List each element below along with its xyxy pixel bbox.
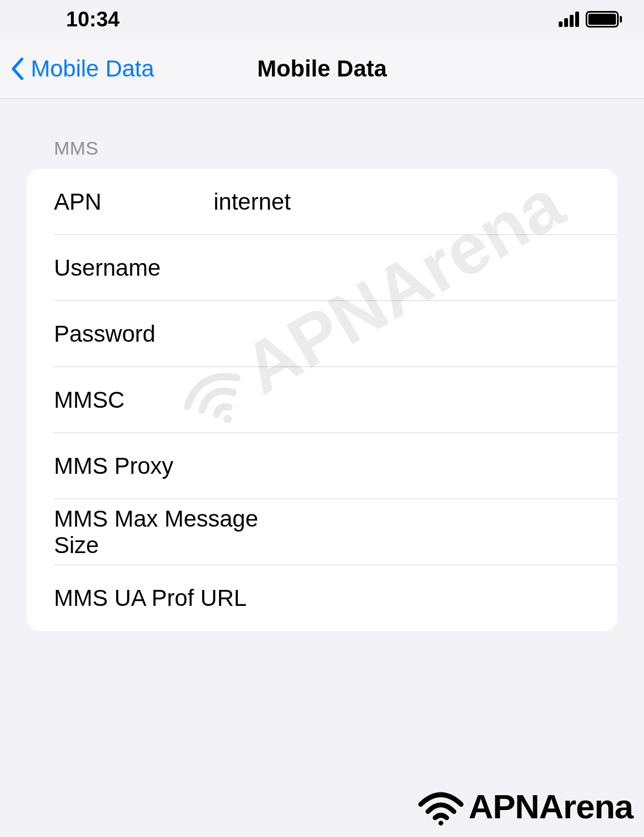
username-label: Username bbox=[54, 255, 214, 281]
password-label: Password bbox=[54, 321, 214, 347]
mms-max-message-size-input[interactable] bbox=[299, 519, 590, 545]
status-bar: 10:34 bbox=[0, 0, 644, 39]
mms-proxy-label: MMS Proxy bbox=[54, 453, 214, 479]
mms-ua-prof-url-input[interactable] bbox=[299, 585, 590, 611]
mmsc-row[interactable]: MMSC bbox=[26, 367, 618, 433]
apn-input[interactable] bbox=[214, 189, 590, 215]
status-time: 10:34 bbox=[66, 8, 119, 31]
svg-point-1 bbox=[439, 820, 444, 825]
apn-row[interactable]: APN bbox=[26, 169, 618, 235]
back-button[interactable]: Mobile Data bbox=[11, 56, 154, 82]
mms-settings-group: APN Username Password MMSC MMS Proxy MMS… bbox=[26, 169, 618, 631]
wifi-icon bbox=[416, 787, 466, 826]
mmsc-input[interactable] bbox=[214, 387, 590, 413]
chevron-left-icon bbox=[11, 58, 24, 80]
username-input[interactable] bbox=[214, 255, 590, 281]
password-row[interactable]: Password bbox=[26, 301, 618, 367]
password-input[interactable] bbox=[214, 321, 590, 347]
mms-ua-prof-url-row[interactable]: MMS UA Prof URL bbox=[26, 565, 618, 631]
username-row[interactable]: Username bbox=[26, 235, 618, 301]
footer-text: APNArena bbox=[468, 787, 633, 826]
section-header-mms: MMS bbox=[54, 138, 618, 159]
navigation-bar: Mobile Data Mobile Data bbox=[0, 39, 644, 99]
mms-ua-prof-url-label: MMS UA Prof URL bbox=[54, 585, 299, 611]
battery-icon bbox=[586, 11, 622, 28]
footer-logo: APNArena bbox=[416, 787, 633, 826]
mmsc-label: MMSC bbox=[54, 387, 214, 413]
status-indicators bbox=[559, 11, 622, 28]
back-label: Mobile Data bbox=[31, 56, 154, 82]
mms-max-message-size-label: MMS Max Message Size bbox=[54, 506, 299, 559]
mms-proxy-row[interactable]: MMS Proxy bbox=[26, 433, 618, 499]
apn-label: APN bbox=[54, 189, 214, 215]
page-title: Mobile Data bbox=[257, 56, 387, 82]
cellular-signal-icon bbox=[559, 12, 579, 27]
mms-proxy-input[interactable] bbox=[214, 453, 590, 479]
mms-max-message-size-row[interactable]: MMS Max Message Size bbox=[26, 499, 618, 565]
content-area: MMS APN Username Password MMSC MMS Proxy bbox=[0, 99, 644, 631]
